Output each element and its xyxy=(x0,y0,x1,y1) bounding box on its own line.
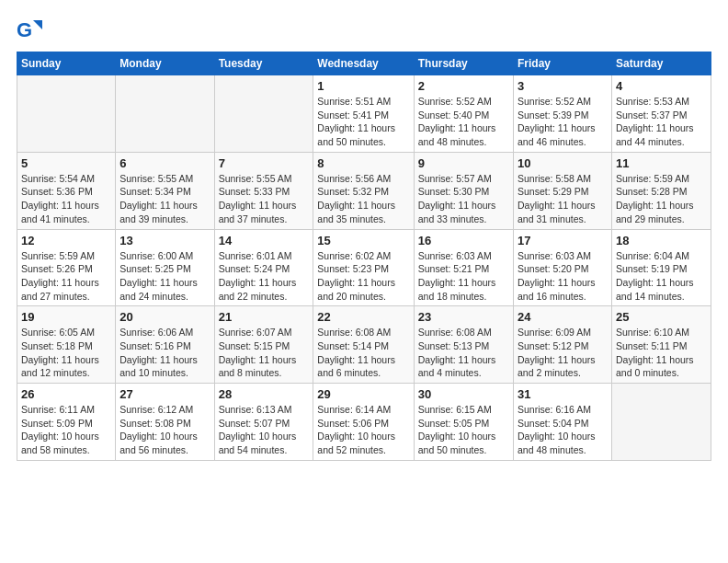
day-number: 30 xyxy=(418,387,509,401)
day-info: Sunrise: 5:55 AM Sunset: 5:34 PM Dayligh… xyxy=(119,172,210,226)
day-info: Sunrise: 6:13 AM Sunset: 5:07 PM Dayligh… xyxy=(219,403,310,457)
calendar-week-row: 26Sunrise: 6:11 AM Sunset: 5:09 PM Dayli… xyxy=(17,384,711,461)
calendar-cell: 8Sunrise: 5:56 AM Sunset: 5:32 PM Daylig… xyxy=(313,152,414,229)
day-info: Sunrise: 5:54 AM Sunset: 5:36 PM Dayligh… xyxy=(21,172,111,226)
svg-text:G: G xyxy=(17,18,32,41)
calendar-cell: 20Sunrise: 6:06 AM Sunset: 5:16 PM Dayli… xyxy=(116,306,214,384)
day-info: Sunrise: 5:56 AM Sunset: 5:32 PM Dayligh… xyxy=(317,172,409,226)
day-info: Sunrise: 6:08 AM Sunset: 5:14 PM Dayligh… xyxy=(317,326,409,380)
calendar-cell: 6Sunrise: 5:55 AM Sunset: 5:34 PM Daylig… xyxy=(116,152,214,229)
calendar-cell: 24Sunrise: 6:09 AM Sunset: 5:12 PM Dayli… xyxy=(513,306,611,384)
day-number: 21 xyxy=(219,310,310,324)
day-number: 8 xyxy=(317,156,409,170)
calendar-cell: 4Sunrise: 5:53 AM Sunset: 5:37 PM Daylig… xyxy=(611,75,711,153)
calendar-cell: 14Sunrise: 6:01 AM Sunset: 5:24 PM Dayli… xyxy=(214,229,313,306)
day-info: Sunrise: 6:03 AM Sunset: 5:20 PM Dayligh… xyxy=(518,249,608,304)
weekday-header: Monday xyxy=(116,52,214,75)
day-info: Sunrise: 6:05 AM Sunset: 5:18 PM Dayligh… xyxy=(21,326,111,380)
calendar-cell xyxy=(17,75,116,153)
calendar-cell: 18Sunrise: 6:04 AM Sunset: 5:19 PM Dayli… xyxy=(611,229,711,306)
day-number: 31 xyxy=(518,387,608,401)
calendar-cell: 9Sunrise: 5:57 AM Sunset: 5:30 PM Daylig… xyxy=(414,152,513,229)
day-number: 16 xyxy=(418,234,509,247)
day-number: 10 xyxy=(518,156,608,170)
calendar-cell: 1Sunrise: 5:51 AM Sunset: 5:41 PM Daylig… xyxy=(313,75,414,153)
logo: G xyxy=(17,17,46,42)
day-number: 24 xyxy=(518,310,608,324)
day-number: 6 xyxy=(119,156,210,170)
calendar-cell: 12Sunrise: 5:59 AM Sunset: 5:26 PM Dayli… xyxy=(17,229,116,306)
day-number: 27 xyxy=(119,387,210,401)
day-info: Sunrise: 6:02 AM Sunset: 5:23 PM Dayligh… xyxy=(317,249,409,304)
day-info: Sunrise: 6:16 AM Sunset: 5:04 PM Dayligh… xyxy=(518,403,608,457)
weekday-header: Friday xyxy=(513,52,611,75)
day-info: Sunrise: 5:53 AM Sunset: 5:37 PM Dayligh… xyxy=(616,95,707,149)
day-info: Sunrise: 5:55 AM Sunset: 5:33 PM Dayligh… xyxy=(219,172,310,226)
calendar-cell: 21Sunrise: 6:07 AM Sunset: 5:15 PM Dayli… xyxy=(214,306,313,384)
calendar-cell: 10Sunrise: 5:58 AM Sunset: 5:29 PM Dayli… xyxy=(513,152,611,229)
calendar-cell: 19Sunrise: 6:05 AM Sunset: 5:18 PM Dayli… xyxy=(17,306,116,384)
day-info: Sunrise: 6:06 AM Sunset: 5:16 PM Dayligh… xyxy=(119,326,210,380)
day-number: 19 xyxy=(21,310,111,324)
day-info: Sunrise: 6:00 AM Sunset: 5:25 PM Dayligh… xyxy=(119,249,210,304)
day-info: Sunrise: 6:04 AM Sunset: 5:19 PM Dayligh… xyxy=(616,249,707,304)
day-info: Sunrise: 6:12 AM Sunset: 5:08 PM Dayligh… xyxy=(119,403,210,457)
day-number: 7 xyxy=(219,156,310,170)
calendar-cell: 29Sunrise: 6:14 AM Sunset: 5:06 PM Dayli… xyxy=(313,384,414,461)
day-number: 25 xyxy=(616,310,707,324)
calendar-cell: 7Sunrise: 5:55 AM Sunset: 5:33 PM Daylig… xyxy=(214,152,313,229)
day-number: 4 xyxy=(616,79,707,93)
calendar-week-row: 5Sunrise: 5:54 AM Sunset: 5:36 PM Daylig… xyxy=(17,152,711,229)
calendar-cell: 23Sunrise: 6:08 AM Sunset: 5:13 PM Dayli… xyxy=(414,306,513,384)
calendar-cell xyxy=(214,75,313,153)
calendar-week-row: 1Sunrise: 5:51 AM Sunset: 5:41 PM Daylig… xyxy=(17,75,711,153)
calendar-cell: 22Sunrise: 6:08 AM Sunset: 5:14 PM Dayli… xyxy=(313,306,414,384)
day-number: 17 xyxy=(518,234,608,247)
calendar-cell: 25Sunrise: 6:10 AM Sunset: 5:11 PM Dayli… xyxy=(611,306,711,384)
day-number: 11 xyxy=(616,156,707,170)
calendar-cell: 2Sunrise: 5:52 AM Sunset: 5:40 PM Daylig… xyxy=(414,75,513,153)
day-number: 28 xyxy=(219,387,310,401)
day-number: 9 xyxy=(418,156,509,170)
calendar-cell: 15Sunrise: 6:02 AM Sunset: 5:23 PM Dayli… xyxy=(313,229,414,306)
calendar-week-row: 12Sunrise: 5:59 AM Sunset: 5:26 PM Dayli… xyxy=(17,229,711,306)
page: G SundayMondayTuesdayWednesdayThursdayFr… xyxy=(0,0,728,563)
day-number: 13 xyxy=(119,234,210,247)
calendar-cell: 17Sunrise: 6:03 AM Sunset: 5:20 PM Dayli… xyxy=(513,229,611,306)
weekday-header: Tuesday xyxy=(214,52,313,75)
calendar-cell: 16Sunrise: 6:03 AM Sunset: 5:21 PM Dayli… xyxy=(414,229,513,306)
day-info: Sunrise: 6:10 AM Sunset: 5:11 PM Dayligh… xyxy=(616,326,707,380)
svg-marker-1 xyxy=(33,20,42,29)
calendar-cell: 31Sunrise: 6:16 AM Sunset: 5:04 PM Dayli… xyxy=(513,384,611,461)
day-number: 20 xyxy=(119,310,210,324)
day-number: 29 xyxy=(317,387,409,401)
calendar-cell xyxy=(116,75,214,153)
day-number: 12 xyxy=(21,234,111,247)
calendar-cell: 3Sunrise: 5:52 AM Sunset: 5:39 PM Daylig… xyxy=(513,75,611,153)
day-info: Sunrise: 5:59 AM Sunset: 5:28 PM Dayligh… xyxy=(616,172,707,226)
weekday-header: Sunday xyxy=(17,52,116,75)
calendar-cell: 11Sunrise: 5:59 AM Sunset: 5:28 PM Dayli… xyxy=(611,152,711,229)
calendar-cell: 28Sunrise: 6:13 AM Sunset: 5:07 PM Dayli… xyxy=(214,384,313,461)
day-info: Sunrise: 6:01 AM Sunset: 5:24 PM Dayligh… xyxy=(219,249,310,304)
day-info: Sunrise: 6:14 AM Sunset: 5:06 PM Dayligh… xyxy=(317,403,409,457)
day-number: 26 xyxy=(21,387,111,401)
day-info: Sunrise: 5:58 AM Sunset: 5:29 PM Dayligh… xyxy=(518,172,608,226)
calendar-cell: 13Sunrise: 6:00 AM Sunset: 5:25 PM Dayli… xyxy=(116,229,214,306)
day-info: Sunrise: 5:59 AM Sunset: 5:26 PM Dayligh… xyxy=(21,249,111,304)
header: G xyxy=(17,17,711,42)
day-number: 14 xyxy=(219,234,310,247)
day-number: 3 xyxy=(518,79,608,93)
day-info: Sunrise: 5:52 AM Sunset: 5:39 PM Dayligh… xyxy=(518,95,608,149)
day-number: 23 xyxy=(418,310,509,324)
day-number: 18 xyxy=(616,234,707,247)
calendar-cell: 27Sunrise: 6:12 AM Sunset: 5:08 PM Dayli… xyxy=(116,384,214,461)
day-number: 22 xyxy=(317,310,409,324)
calendar-cell: 30Sunrise: 6:15 AM Sunset: 5:05 PM Dayli… xyxy=(414,384,513,461)
day-info: Sunrise: 5:57 AM Sunset: 5:30 PM Dayligh… xyxy=(418,172,509,226)
weekday-header: Wednesday xyxy=(313,52,414,75)
day-number: 2 xyxy=(418,79,509,93)
calendar-cell: 26Sunrise: 6:11 AM Sunset: 5:09 PM Dayli… xyxy=(17,384,116,461)
weekday-header: Thursday xyxy=(414,52,513,75)
weekday-header: Saturday xyxy=(611,52,711,75)
